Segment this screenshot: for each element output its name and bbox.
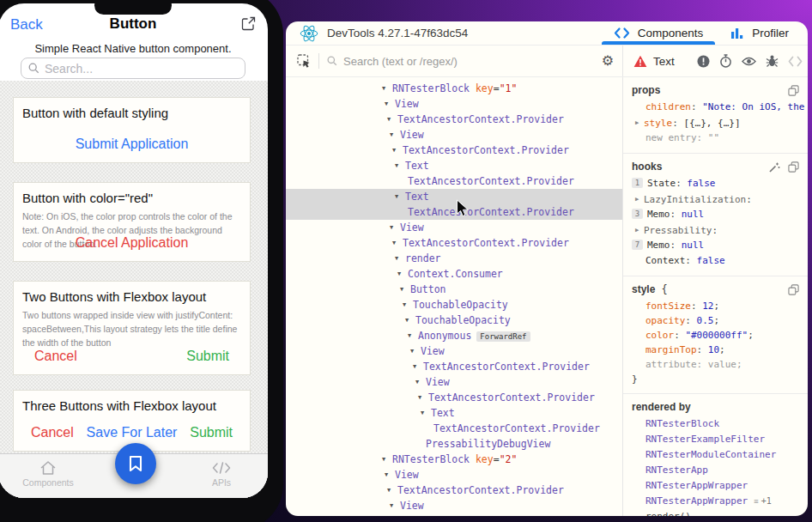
tree-row[interactable]: ▼Text <box>286 158 622 173</box>
tree-row[interactable]: ▼TextAncestorContext.Provider <box>286 390 622 405</box>
tree-row[interactable]: ▼TextAncestorContext.Provider <box>286 359 622 374</box>
tab-profiler[interactable]: Profiler <box>717 21 803 45</box>
expand-arrow-icon[interactable]: ▼ <box>390 498 400 513</box>
open-external-icon[interactable] <box>241 16 256 31</box>
hook-row[interactable]: Context: false <box>623 253 808 269</box>
expand-arrow-icon[interactable]: ▼ <box>385 467 395 483</box>
tree-row[interactable]: ▼Context.Consumer <box>286 266 622 282</box>
bookmark-fab[interactable] <box>115 443 156 484</box>
expand-arrow-icon[interactable]: ▼ <box>387 112 397 127</box>
expand-arrow-icon[interactable]: ▼ <box>395 158 405 173</box>
rendered-by-owner[interactable]: RNTesterApp <box>623 463 808 478</box>
copy-icon[interactable] <box>788 284 799 295</box>
expand-arrow-icon[interactable]: ▼ <box>390 127 400 143</box>
expand-arrow-icon[interactable]: ▼ <box>405 313 415 328</box>
tree-row[interactable]: ▼render <box>286 251 622 266</box>
tab-components-phone[interactable]: Components <box>9 459 88 488</box>
expand-arrow-icon[interactable]: ▼ <box>408 328 418 343</box>
expand-arrow-icon[interactable]: ▼ <box>403 297 413 313</box>
tree-row[interactable]: ▼RNTesterBlock key="1" <box>286 81 622 96</box>
expand-arrow-icon[interactable]: ▼ <box>400 282 410 297</box>
rendered-by-owner[interactable]: RNTesterModuleContainer <box>623 447 808 463</box>
copy-icon[interactable] <box>788 85 799 96</box>
expand-arrow-icon[interactable]: ▶ <box>635 222 644 238</box>
suspense-timer-icon[interactable] <box>719 54 732 68</box>
tree-row[interactable]: ▼View <box>286 127 622 143</box>
tree-row[interactable]: ▼Button <box>286 282 622 297</box>
search-input[interactable]: Search... <box>21 58 245 79</box>
inspect-element-icon[interactable] <box>297 54 311 68</box>
rendered-by-owner[interactable]: RNTesterBlock <box>623 416 808 432</box>
devtools-search-input[interactable]: Search (text or /regex/) <box>327 55 594 68</box>
tree-row[interactable]: ▼View <box>286 374 622 390</box>
tree-row[interactable]: ▼RNTesterBlock key="2" <box>286 452 622 467</box>
expand-arrow-icon[interactable]: ▼ <box>421 405 431 421</box>
tab-apis-phone[interactable]: APIs <box>191 459 252 488</box>
rn-button[interactable]: Submit <box>186 349 229 364</box>
hook-row[interactable]: 3Memo: null <box>623 207 808 222</box>
tree-row[interactable]: ▼TouchableOpacity <box>286 297 622 313</box>
expand-arrow-icon[interactable]: ▼ <box>410 343 421 359</box>
rn-button[interactable]: Cancel <box>34 349 77 364</box>
hook-row[interactable]: ▶Pressability: <box>623 222 808 238</box>
tree-row[interactable]: ▼TouchableOpacity <box>286 313 622 328</box>
tree-row[interactable]: ▼View <box>286 96 622 112</box>
rn-button[interactable]: Cancel <box>31 425 74 440</box>
parse-hook-names-wand-icon[interactable] <box>768 161 780 173</box>
copy-icon[interactable] <box>788 161 799 173</box>
expand-arrow-icon[interactable]: ▼ <box>387 483 397 498</box>
prop-row[interactable]: new entry: "" <box>623 130 808 146</box>
tab-components[interactable]: Components <box>600 21 718 45</box>
hook-row[interactable]: 1State: false <box>623 176 808 191</box>
expand-arrow-icon[interactable]: ▼ <box>418 390 428 405</box>
tree-row[interactable]: ▼TextAncestorContext.Provider <box>286 143 622 158</box>
tree-row[interactable]: ▼TextAncestorContext.Provider <box>286 513 622 516</box>
style-rule-row[interactable]: fontSize: 12; <box>623 299 808 313</box>
tree-row[interactable]: ▼Text <box>286 189 622 204</box>
rn-button[interactable]: Cancel Application <box>76 235 189 251</box>
prop-row[interactable]: ▶style: [{…}, {…}] <box>623 115 808 130</box>
tree-row[interactable]: ▼TextAncestorContext.Provider <box>286 112 622 127</box>
error-badge-icon[interactable] <box>697 55 710 68</box>
rendered-by-owner[interactable]: RNTesterAppWrapper <box>623 478 808 494</box>
debug-bug-icon[interactable] <box>766 54 779 68</box>
hook-row[interactable]: ▶LazyInitialization: <box>623 191 808 207</box>
expand-arrow-icon[interactable]: ▶ <box>635 115 644 130</box>
expand-arrow-icon[interactable]: ▼ <box>397 266 408 282</box>
rendered-by-owner[interactable]: RNTesterExampleFilter <box>623 432 808 447</box>
expand-arrow-icon[interactable]: ▼ <box>395 251 405 266</box>
expand-arrow-icon[interactable]: ▼ <box>395 189 405 204</box>
rn-button[interactable]: Save For Later <box>87 425 178 440</box>
expand-arrow-icon[interactable]: ▼ <box>392 143 403 158</box>
expand-arrow-icon[interactable]: ▼ <box>382 452 392 467</box>
tree-row[interactable]: TextAncestorContext.Provider <box>286 173 622 189</box>
expand-arrow-icon[interactable]: ▼ <box>390 220 400 235</box>
expand-arrow-icon[interactable]: ▶ <box>635 191 644 207</box>
tree-row[interactable]: PressabilityDebugView <box>286 436 622 452</box>
tree-row[interactable]: ▼View <box>286 343 622 359</box>
tree-row[interactable]: ▼View <box>286 467 622 483</box>
expand-arrow-icon[interactable]: ▼ <box>415 374 426 390</box>
style-rule-row[interactable]: color: "#000000ff"; <box>623 328 808 343</box>
tree-row[interactable]: ▼View <box>286 498 622 513</box>
prop-row[interactable]: children: "Note: On iOS, the <box>623 100 808 115</box>
style-rule-row[interactable]: opacity: 0.5; <box>623 313 808 328</box>
settings-gear-icon[interactable]: ⚙ <box>602 54 614 68</box>
tree-row[interactable]: ▼AnonymousForwardRef <box>286 328 622 343</box>
tree-row[interactable]: ▼TextAncestorContext.Provider <box>286 235 622 251</box>
tree-row[interactable]: TextAncestorContext.Provider <box>286 204 622 220</box>
style-rule-row[interactable]: attribute: value; <box>623 357 808 372</box>
tree-row[interactable]: ▼TextAncestorContext.Provider <box>286 483 622 498</box>
rendered-by-owner[interactable]: RNTesterAppWrapper≡+1 <box>623 494 808 509</box>
tree-row[interactable]: ▼View <box>286 220 622 235</box>
expand-arrow-icon[interactable]: ▼ <box>382 81 392 96</box>
inspect-dom-eye-icon[interactable] <box>742 56 756 67</box>
expand-arrow-icon[interactable]: ▼ <box>413 359 423 374</box>
rn-button[interactable]: Submit <box>190 425 233 440</box>
hook-row[interactable]: 7Memo: null <box>623 238 808 253</box>
tree-row[interactable]: TextAncestorContext.Provider <box>286 421 622 436</box>
view-source-icon[interactable] <box>788 56 803 67</box>
rn-button[interactable]: Submit Application <box>76 137 189 152</box>
style-rule-row[interactable]: marginTop: 10; <box>623 343 808 357</box>
expand-arrow-icon[interactable]: ▼ <box>392 513 403 516</box>
